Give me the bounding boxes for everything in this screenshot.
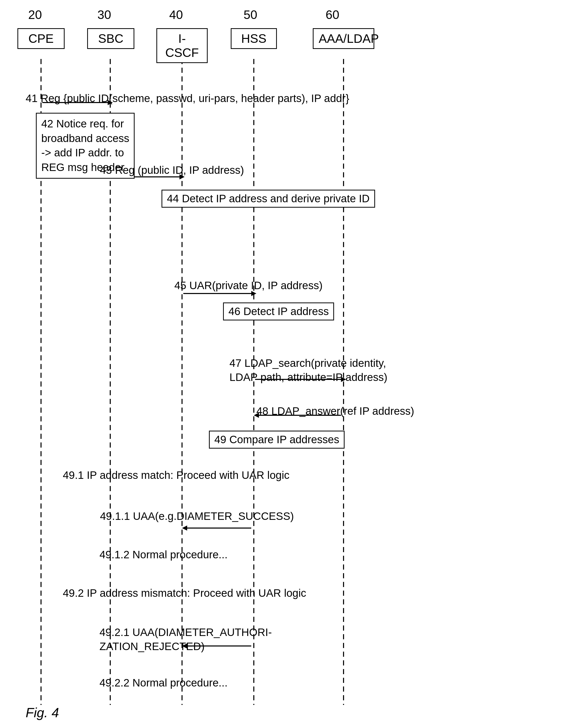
- msg-41: 41 Reg {public ID(scheme, passwd, uri-pa…: [26, 92, 349, 105]
- msg-492: 49.2 IP address mismatch: Proceed with U…: [63, 587, 306, 599]
- msg-48: 48 LDAP_answer(ref IP address): [256, 405, 414, 417]
- entity-number-SBC: 30: [97, 8, 111, 22]
- entity-number-ICSCF: 40: [169, 8, 183, 22]
- svg-marker-10: [251, 291, 256, 296]
- msg-49: 49 Compare IP addresses: [209, 431, 345, 449]
- diagram: 20 30 40 50 60 CPE SBC I-CSCF HSS AAA/LD…: [0, 0, 563, 728]
- msg-47: 47 LDAP_search(private identity,LDAP pat…: [229, 356, 387, 384]
- msg-4911: 49.1.1 UAA(e.g.DIAMETER_SUCCESS): [100, 510, 294, 522]
- msg-4922: 49.2.2 Normal procedure...: [99, 677, 228, 689]
- entity-number-HSS: 50: [244, 8, 257, 22]
- msg-43: 43 Reg (public ID, IP address): [100, 164, 244, 176]
- msg-4921: 49.2.1 UAA(DIAMETER_AUTHORI-ZATION_REJEC…: [99, 625, 272, 653]
- msg-44: 44 Detect IP address and derive private …: [162, 190, 375, 208]
- msg-45: 45 UAR(private ID, IP address): [174, 279, 323, 292]
- msg-46: 46 Detect IP address: [223, 302, 334, 320]
- entity-number-AAA: 60: [326, 8, 339, 22]
- entity-number-CPE: 20: [28, 8, 42, 22]
- svg-marker-16: [182, 525, 187, 531]
- entity-box-HSS: HSS: [231, 28, 277, 49]
- fig-label: Fig. 4: [26, 705, 59, 720]
- entity-box-ICSCF: I-CSCF: [156, 28, 208, 63]
- entity-box-AAA: AAA/LDAP: [313, 28, 374, 49]
- entity-box-SBC: SBC: [87, 28, 134, 49]
- entity-box-CPE: CPE: [17, 28, 65, 49]
- msg-491: 49.1 IP address match: Proceed with UAR …: [63, 469, 289, 481]
- msg-4912: 49.1.2 Normal procedure...: [99, 549, 228, 561]
